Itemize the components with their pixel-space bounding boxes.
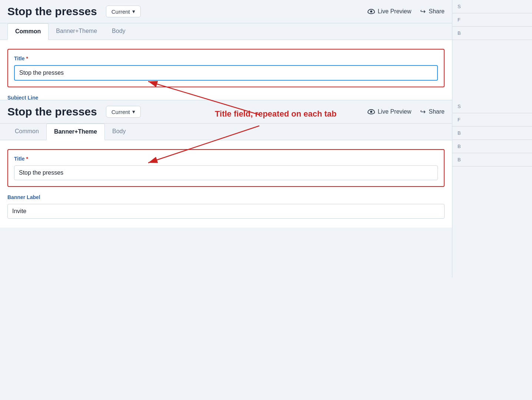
version-chevron-1: ▾ <box>132 8 135 15</box>
panel-2-header: Stop the presses Current ▾ Live Preview … <box>0 100 452 124</box>
title-input-2[interactable] <box>14 165 438 180</box>
tabs-bar-2: Common Banner+Theme Body <box>0 124 452 140</box>
eye-icon-2 <box>368 109 375 114</box>
panel-2-content: Title * Banner Label <box>0 140 452 228</box>
right-sidebar-1: S F B <box>452 0 532 100</box>
sidebar-item-f-1: F <box>452 13 532 27</box>
banner-label-input[interactable] <box>7 204 445 219</box>
share-label-2: Share <box>429 108 445 115</box>
panel-2: Stop the presses Current ▾ Live Preview … <box>0 100 452 228</box>
sidebar-item-b2-2: B <box>452 140 532 153</box>
share-button-1[interactable]: ↪ Share <box>420 7 445 16</box>
tabs-bar-1: Common Banner+Theme Body <box>0 23 452 40</box>
title-field-label-1: Title * <box>14 56 438 61</box>
panel-1-title: Stop the presses <box>7 5 97 18</box>
title-field-label-2: Title * <box>14 156 438 162</box>
version-dropdown-1[interactable]: Current ▾ <box>106 6 141 17</box>
tab-banner-theme-2[interactable]: Banner+Theme <box>46 124 105 140</box>
share-label-1: Share <box>429 8 445 15</box>
tab-body-2[interactable]: Body <box>105 124 133 140</box>
tab-body-1[interactable]: Body <box>104 23 133 40</box>
version-chevron-2: ▾ <box>132 108 135 115</box>
sidebar-item-f-2: F <box>452 113 532 127</box>
live-preview-label-1: Live Preview <box>378 8 412 15</box>
header-actions-1: Live Preview ↪ Share <box>368 7 445 16</box>
banner-label-section: Banner Label <box>7 194 445 219</box>
sidebar-item-b1-2: B <box>452 127 532 140</box>
share-arrow-icon-2: ↪ <box>420 108 426 116</box>
share-button-2[interactable]: ↪ Share <box>420 108 445 116</box>
version-label-2: Current <box>112 109 130 115</box>
eye-icon-1 <box>368 9 375 14</box>
title-input-1[interactable] <box>14 65 438 81</box>
live-preview-label-2: Live Preview <box>378 108 412 115</box>
required-star-2: * <box>26 156 28 162</box>
header-actions-2: Live Preview ↪ Share <box>368 108 445 116</box>
panel-2-title: Stop the presses <box>7 105 97 118</box>
annotation-container: Stop the presses Current ▾ Live Preview … <box>0 0 532 178</box>
sidebar-item-b1-1: B <box>452 27 532 40</box>
required-star-1: * <box>26 56 28 61</box>
tab-common-1[interactable]: Common <box>7 23 49 40</box>
share-arrow-icon-1: ↪ <box>420 7 426 16</box>
page-wrapper: Stop the presses Current ▾ Live Preview … <box>0 0 532 178</box>
sidebar-item-b3-2: B <box>452 153 532 167</box>
sidebar-item-s-2: S <box>452 100 532 113</box>
title-field-box-2: Title * <box>7 149 445 187</box>
right-sidebar-2: S F B B B <box>452 100 532 278</box>
version-label-1: Current <box>112 9 130 15</box>
sidebar-item-s-1: S <box>452 0 532 13</box>
title-field-box-1: Title * <box>7 49 445 87</box>
tab-common-2[interactable]: Common <box>7 124 46 140</box>
live-preview-button-1[interactable]: Live Preview <box>368 8 412 15</box>
live-preview-button-2[interactable]: Live Preview <box>368 108 412 115</box>
panel-1-header: Stop the presses Current ▾ Live Preview … <box>0 0 452 23</box>
tab-banner-theme-1[interactable]: Banner+Theme <box>49 23 104 40</box>
version-dropdown-2[interactable]: Current ▾ <box>106 106 141 118</box>
banner-label-label: Banner Label <box>7 194 445 200</box>
